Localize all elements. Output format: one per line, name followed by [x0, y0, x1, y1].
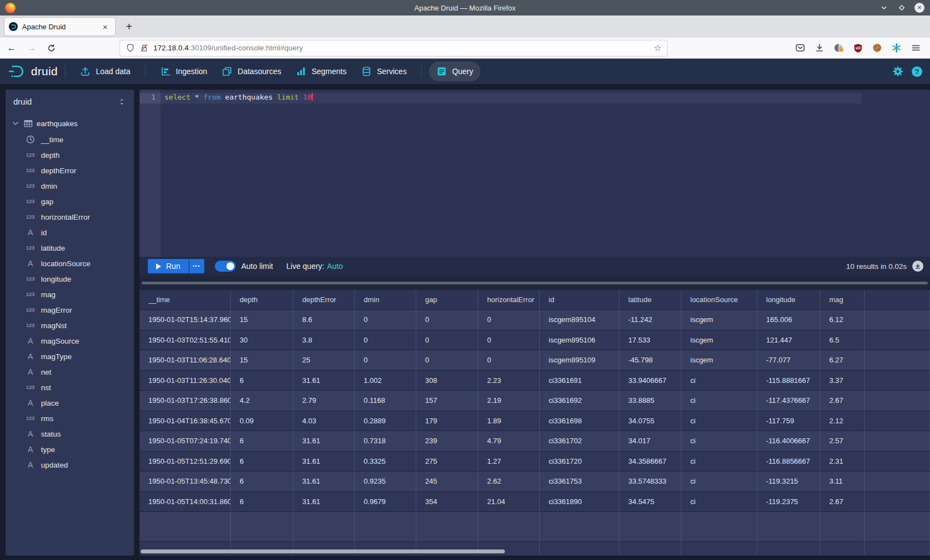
- table-cell[interactable]: -119.2375: [757, 492, 820, 512]
- nav-item-datasources[interactable]: Datasources: [214, 61, 288, 81]
- column-header-depth[interactable]: depth: [231, 290, 293, 310]
- sidebar-column-mag[interactable]: 123mag: [6, 287, 134, 302]
- sidebar-column-id[interactable]: Aid: [6, 225, 134, 240]
- table-cell[interactable]: [865, 452, 930, 472]
- sidebar-column-locationSource[interactable]: AlocationSource: [6, 256, 134, 271]
- table-cell[interactable]: 2.67: [820, 492, 865, 512]
- table-cell[interactable]: 239: [416, 431, 478, 452]
- table-cell[interactable]: iscgem: [681, 350, 757, 371]
- table-cell[interactable]: 0.1168: [355, 391, 416, 411]
- sidebar-column-depthError[interactable]: 123depthError: [6, 163, 134, 178]
- multicolor-asterisk-extension-icon[interactable]: [891, 43, 902, 53]
- ublock-origin-icon[interactable]: uO: [853, 43, 863, 53]
- table-cell[interactable]: 30: [231, 330, 293, 351]
- sql-editor[interactable]: 1 select * from earthquakes limit 10: [140, 90, 930, 257]
- table-cell[interactable]: ci: [681, 471, 757, 492]
- table-cell[interactable]: 17.533: [619, 330, 681, 351]
- column-header-id[interactable]: id: [540, 290, 619, 310]
- table-cell[interactable]: [865, 350, 930, 371]
- table-cell[interactable]: ci3361890: [540, 492, 619, 512]
- help-icon[interactable]: ?: [912, 66, 922, 77]
- sidebar-column-magType[interactable]: AmagType: [6, 349, 134, 364]
- druid-brand[interactable]: druid: [8, 63, 58, 80]
- table-cell[interactable]: [865, 492, 930, 512]
- table-cell[interactable]: 34.3586667: [619, 452, 681, 472]
- sidebar-column-dmin[interactable]: 123dmin: [6, 178, 134, 194]
- nav-item-load-data[interactable]: Load data: [73, 61, 137, 81]
- table-cell[interactable]: [865, 310, 930, 330]
- table-cell[interactable]: 157: [416, 391, 478, 411]
- table-cell[interactable]: 33.9406667: [619, 371, 681, 391]
- sidebar-column-status[interactable]: Astatus: [6, 426, 134, 442]
- table-cell[interactable]: iscgem: [681, 330, 757, 351]
- table-cell[interactable]: 0.2889: [355, 411, 416, 432]
- chevron-down-icon[interactable]: [11, 119, 20, 128]
- sidebar-column-depth[interactable]: 123depth: [6, 147, 134, 163]
- cookie-extension-icon[interactable]: [872, 43, 882, 53]
- sidebar-column-longitude[interactable]: 123longitude: [6, 271, 134, 287]
- run-button[interactable]: Run: [148, 259, 189, 273]
- table-cell[interactable]: 0.3325: [355, 452, 416, 472]
- horizontal-scrollbar-thumb[interactable]: [141, 549, 505, 553]
- insecure-lock-icon[interactable]: [140, 43, 149, 53]
- table-cell[interactable]: ci: [681, 411, 757, 432]
- schema-sort-icon[interactable]: [117, 97, 126, 106]
- back-button[interactable]: ←: [3, 40, 20, 56]
- pocket-icon[interactable]: [795, 43, 805, 53]
- table-cell[interactable]: 4.03: [293, 411, 355, 432]
- panel-resizer[interactable]: [140, 276, 930, 290]
- sidebar-column-latitude[interactable]: 123latitude: [6, 240, 134, 256]
- table-cell[interactable]: 0.9235: [355, 471, 416, 492]
- table-cell[interactable]: 275: [416, 452, 478, 472]
- nav-item-services[interactable]: Services: [354, 61, 414, 81]
- resizer-handle[interactable]: [142, 282, 928, 284]
- table-cell[interactable]: 6.5: [820, 330, 865, 351]
- table-cell[interactable]: ci: [681, 492, 757, 512]
- table-cell[interactable]: 3.37: [820, 371, 865, 391]
- download-results-icon[interactable]: [912, 261, 923, 272]
- table-cell[interactable]: 0: [416, 330, 478, 351]
- bookmark-star-icon[interactable]: ☆: [654, 43, 662, 53]
- sidebar-table-earthquakes[interactable]: earthquakes: [6, 115, 134, 132]
- url-bar[interactable]: 172.18.0.4:30109/unified-console.html#qu…: [120, 40, 668, 56]
- table-cell[interactable]: 15: [231, 310, 293, 330]
- reload-button[interactable]: [43, 40, 60, 56]
- extension-account-icon[interactable]: [834, 43, 844, 53]
- window-close-icon[interactable]: ×: [914, 3, 924, 13]
- table-cell[interactable]: -117.4376667: [757, 391, 820, 411]
- table-cell[interactable]: ci3361698: [540, 411, 619, 432]
- table-cell[interactable]: [865, 371, 930, 391]
- table-cell[interactable]: 21.04: [478, 492, 540, 512]
- table-cell[interactable]: 2.19: [478, 391, 540, 411]
- sidebar-column-nst[interactable]: 123nst: [6, 380, 134, 395]
- table-cell[interactable]: 0.09: [231, 411, 293, 432]
- sidebar-column-magNst[interactable]: 123magNst: [6, 318, 134, 333]
- downloads-icon[interactable]: [814, 43, 825, 53]
- forward-button[interactable]: →: [23, 40, 40, 56]
- table-cell[interactable]: 0.9679: [355, 492, 416, 512]
- table-cell[interactable]: [865, 391, 930, 411]
- table-cell[interactable]: 6: [231, 431, 293, 452]
- table-cell[interactable]: 31.61: [293, 452, 355, 472]
- table-cell[interactable]: 1950-01-04T16:38:45.670Z: [140, 411, 231, 432]
- table-cell[interactable]: -116.8856667: [757, 452, 820, 472]
- sidebar-column-place[interactable]: Aplace: [6, 395, 134, 411]
- sidebar-column-magSource[interactable]: AmagSource: [6, 333, 134, 349]
- table-cell[interactable]: 2.79: [293, 391, 355, 411]
- table-cell[interactable]: 354: [416, 492, 478, 512]
- table-cell[interactable]: 121.447: [757, 330, 820, 351]
- table-cell[interactable]: 0: [416, 350, 478, 371]
- table-cell[interactable]: 1950-01-03T17:26:38.860Z: [140, 391, 231, 411]
- column-header-depthError[interactable]: depthError: [293, 290, 355, 310]
- nav-item-segments[interactable]: Segments: [288, 61, 354, 81]
- table-cell[interactable]: -116.4006667: [757, 431, 820, 452]
- nav-item-ingestion[interactable]: Ingestion: [153, 61, 215, 81]
- sidebar-column-type[interactable]: Atype: [6, 442, 134, 457]
- live-query-value[interactable]: Auto: [327, 262, 343, 271]
- table-cell[interactable]: -119.3215: [757, 471, 820, 492]
- table-cell[interactable]: 1950-01-02T15:14:37.960Z: [140, 310, 231, 330]
- table-cell[interactable]: 31.61: [293, 471, 355, 492]
- table-cell[interactable]: iscgem895109: [540, 350, 619, 371]
- table-cell[interactable]: 25: [293, 350, 355, 371]
- sidebar-column-rms[interactable]: 123rms: [6, 411, 134, 426]
